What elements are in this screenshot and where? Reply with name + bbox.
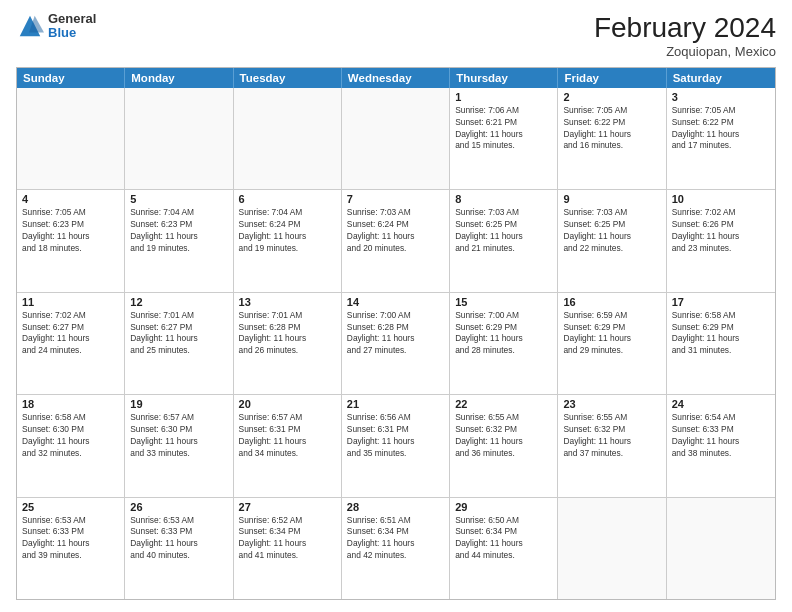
day-number: 26: [130, 501, 227, 513]
calendar-empty-cell: [558, 498, 666, 599]
calendar-day-26: 26Sunrise: 6:53 AMSunset: 6:33 PMDayligh…: [125, 498, 233, 599]
calendar-empty-cell: [234, 88, 342, 189]
calendar-day-12: 12Sunrise: 7:01 AMSunset: 6:27 PMDayligh…: [125, 293, 233, 394]
day-number: 9: [563, 193, 660, 205]
day-info: Sunrise: 6:58 AMSunset: 6:29 PMDaylight:…: [672, 310, 770, 357]
day-number: 16: [563, 296, 660, 308]
day-info: Sunrise: 6:54 AMSunset: 6:33 PMDaylight:…: [672, 412, 770, 459]
day-number: 10: [672, 193, 770, 205]
day-info: Sunrise: 6:53 AMSunset: 6:33 PMDaylight:…: [22, 515, 119, 562]
logo-icon: [16, 12, 44, 40]
day-info: Sunrise: 6:57 AMSunset: 6:31 PMDaylight:…: [239, 412, 336, 459]
logo: General Blue: [16, 12, 96, 41]
day-info: Sunrise: 7:06 AMSunset: 6:21 PMDaylight:…: [455, 105, 552, 152]
day-info: Sunrise: 6:59 AMSunset: 6:29 PMDaylight:…: [563, 310, 660, 357]
calendar-header: SundayMondayTuesdayWednesdayThursdayFrid…: [17, 68, 775, 88]
day-number: 11: [22, 296, 119, 308]
calendar-day-24: 24Sunrise: 6:54 AMSunset: 6:33 PMDayligh…: [667, 395, 775, 496]
day-info: Sunrise: 7:05 AMSunset: 6:22 PMDaylight:…: [563, 105, 660, 152]
calendar-day-17: 17Sunrise: 6:58 AMSunset: 6:29 PMDayligh…: [667, 293, 775, 394]
calendar-day-28: 28Sunrise: 6:51 AMSunset: 6:34 PMDayligh…: [342, 498, 450, 599]
day-number: 19: [130, 398, 227, 410]
cal-header-cell-sunday: Sunday: [17, 68, 125, 88]
calendar-row-4: 18Sunrise: 6:58 AMSunset: 6:30 PMDayligh…: [17, 394, 775, 496]
day-number: 25: [22, 501, 119, 513]
calendar-body: 1Sunrise: 7:06 AMSunset: 6:21 PMDaylight…: [17, 88, 775, 599]
day-info: Sunrise: 6:57 AMSunset: 6:30 PMDaylight:…: [130, 412, 227, 459]
calendar-day-15: 15Sunrise: 7:00 AMSunset: 6:29 PMDayligh…: [450, 293, 558, 394]
day-number: 28: [347, 501, 444, 513]
day-number: 4: [22, 193, 119, 205]
cal-header-cell-tuesday: Tuesday: [234, 68, 342, 88]
calendar-day-2: 2Sunrise: 7:05 AMSunset: 6:22 PMDaylight…: [558, 88, 666, 189]
calendar-day-4: 4Sunrise: 7:05 AMSunset: 6:23 PMDaylight…: [17, 190, 125, 291]
day-number: 13: [239, 296, 336, 308]
day-info: Sunrise: 7:00 AMSunset: 6:28 PMDaylight:…: [347, 310, 444, 357]
day-info: Sunrise: 6:50 AMSunset: 6:34 PMDaylight:…: [455, 515, 552, 562]
day-number: 3: [672, 91, 770, 103]
calendar-day-1: 1Sunrise: 7:06 AMSunset: 6:21 PMDaylight…: [450, 88, 558, 189]
day-number: 15: [455, 296, 552, 308]
cal-header-cell-friday: Friday: [558, 68, 666, 88]
calendar-day-13: 13Sunrise: 7:01 AMSunset: 6:28 PMDayligh…: [234, 293, 342, 394]
day-info: Sunrise: 7:01 AMSunset: 6:27 PMDaylight:…: [130, 310, 227, 357]
day-number: 14: [347, 296, 444, 308]
calendar-day-8: 8Sunrise: 7:03 AMSunset: 6:25 PMDaylight…: [450, 190, 558, 291]
calendar-day-6: 6Sunrise: 7:04 AMSunset: 6:24 PMDaylight…: [234, 190, 342, 291]
day-info: Sunrise: 7:05 AMSunset: 6:23 PMDaylight:…: [22, 207, 119, 254]
day-number: 8: [455, 193, 552, 205]
day-info: Sunrise: 7:04 AMSunset: 6:24 PMDaylight:…: [239, 207, 336, 254]
cal-header-cell-saturday: Saturday: [667, 68, 775, 88]
calendar-day-14: 14Sunrise: 7:00 AMSunset: 6:28 PMDayligh…: [342, 293, 450, 394]
day-info: Sunrise: 6:52 AMSunset: 6:34 PMDaylight:…: [239, 515, 336, 562]
calendar-day-22: 22Sunrise: 6:55 AMSunset: 6:32 PMDayligh…: [450, 395, 558, 496]
day-info: Sunrise: 6:53 AMSunset: 6:33 PMDaylight:…: [130, 515, 227, 562]
day-number: 23: [563, 398, 660, 410]
calendar-row-5: 25Sunrise: 6:53 AMSunset: 6:33 PMDayligh…: [17, 497, 775, 599]
calendar: SundayMondayTuesdayWednesdayThursdayFrid…: [16, 67, 776, 600]
month-title: February 2024: [594, 12, 776, 44]
calendar-day-10: 10Sunrise: 7:02 AMSunset: 6:26 PMDayligh…: [667, 190, 775, 291]
calendar-day-16: 16Sunrise: 6:59 AMSunset: 6:29 PMDayligh…: [558, 293, 666, 394]
calendar-row-3: 11Sunrise: 7:02 AMSunset: 6:27 PMDayligh…: [17, 292, 775, 394]
day-info: Sunrise: 7:02 AMSunset: 6:27 PMDaylight:…: [22, 310, 119, 357]
day-number: 7: [347, 193, 444, 205]
calendar-day-19: 19Sunrise: 6:57 AMSunset: 6:30 PMDayligh…: [125, 395, 233, 496]
day-number: 2: [563, 91, 660, 103]
calendar-day-23: 23Sunrise: 6:55 AMSunset: 6:32 PMDayligh…: [558, 395, 666, 496]
day-info: Sunrise: 7:00 AMSunset: 6:29 PMDaylight:…: [455, 310, 552, 357]
header: General Blue February 2024 Zoquiopan, Me…: [16, 12, 776, 59]
day-number: 20: [239, 398, 336, 410]
calendar-empty-cell: [667, 498, 775, 599]
day-number: 5: [130, 193, 227, 205]
calendar-day-9: 9Sunrise: 7:03 AMSunset: 6:25 PMDaylight…: [558, 190, 666, 291]
day-number: 24: [672, 398, 770, 410]
calendar-day-5: 5Sunrise: 7:04 AMSunset: 6:23 PMDaylight…: [125, 190, 233, 291]
calendar-row-1: 1Sunrise: 7:06 AMSunset: 6:21 PMDaylight…: [17, 88, 775, 189]
calendar-empty-cell: [17, 88, 125, 189]
calendar-empty-cell: [125, 88, 233, 189]
cal-header-cell-thursday: Thursday: [450, 68, 558, 88]
calendar-day-27: 27Sunrise: 6:52 AMSunset: 6:34 PMDayligh…: [234, 498, 342, 599]
day-info: Sunrise: 6:56 AMSunset: 6:31 PMDaylight:…: [347, 412, 444, 459]
day-info: Sunrise: 6:51 AMSunset: 6:34 PMDaylight:…: [347, 515, 444, 562]
day-info: Sunrise: 7:04 AMSunset: 6:23 PMDaylight:…: [130, 207, 227, 254]
day-info: Sunrise: 6:55 AMSunset: 6:32 PMDaylight:…: [563, 412, 660, 459]
title-block: February 2024 Zoquiopan, Mexico: [594, 12, 776, 59]
day-number: 6: [239, 193, 336, 205]
location: Zoquiopan, Mexico: [594, 44, 776, 59]
day-info: Sunrise: 7:05 AMSunset: 6:22 PMDaylight:…: [672, 105, 770, 152]
logo-general-label: General: [48, 12, 96, 26]
cal-header-cell-monday: Monday: [125, 68, 233, 88]
day-number: 1: [455, 91, 552, 103]
calendar-day-3: 3Sunrise: 7:05 AMSunset: 6:22 PMDaylight…: [667, 88, 775, 189]
calendar-day-11: 11Sunrise: 7:02 AMSunset: 6:27 PMDayligh…: [17, 293, 125, 394]
day-number: 29: [455, 501, 552, 513]
calendar-empty-cell: [342, 88, 450, 189]
calendar-day-18: 18Sunrise: 6:58 AMSunset: 6:30 PMDayligh…: [17, 395, 125, 496]
calendar-day-21: 21Sunrise: 6:56 AMSunset: 6:31 PMDayligh…: [342, 395, 450, 496]
cal-header-cell-wednesday: Wednesday: [342, 68, 450, 88]
day-info: Sunrise: 7:01 AMSunset: 6:28 PMDaylight:…: [239, 310, 336, 357]
day-number: 22: [455, 398, 552, 410]
logo-text: General Blue: [48, 12, 96, 41]
